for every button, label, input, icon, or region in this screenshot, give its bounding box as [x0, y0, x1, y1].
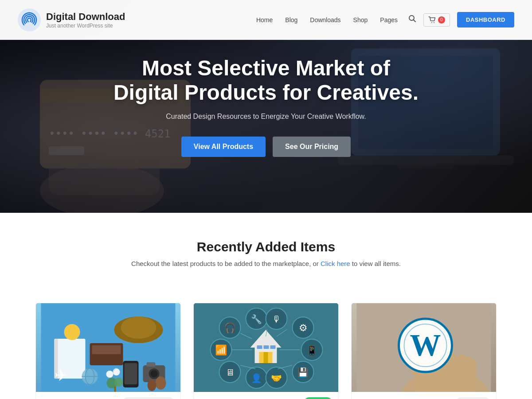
dashboard-button[interactable]: DASHBOARD [457, 12, 514, 27]
svg-rect-39 [114, 387, 116, 392]
cart-count: 0 [438, 16, 445, 23]
svg-text:✈: ✈ [55, 366, 68, 384]
svg-point-3 [431, 22, 432, 23]
svg-text:🖥: 🖥 [226, 368, 235, 377]
svg-text:📶: 📶 [215, 344, 227, 356]
see-pricing-button[interactable]: See Our Pricing [273, 137, 351, 157]
svg-point-34 [64, 324, 80, 340]
product-thumb-business-icons: 🎧 🔧 🎙 ⚙ 📶 📱 🖥 [194, 303, 338, 392]
svg-point-32 [151, 370, 158, 377]
svg-text:🔧: 🔧 [251, 314, 262, 325]
product-thumb-wp-plugins: W [352, 303, 496, 392]
recently-added-section: Recently Added Items Checkout the latest… [0, 213, 532, 303]
nav-pages[interactable]: Pages [380, 16, 398, 23]
svg-text:📱: 📱 [306, 345, 317, 356]
hero-title: Most Selective Market of Digital Product… [113, 56, 419, 105]
svg-point-36 [148, 379, 156, 391]
svg-rect-80 [457, 354, 466, 376]
product-card-flat-icons[interactable]: ✈ [35, 303, 181, 399]
product-card-wp-plugins[interactable]: W Free WordPress Plugins 🏷 $30.00 [351, 303, 497, 399]
cart-icon [428, 16, 436, 23]
nav-blog[interactable]: Blog [285, 16, 297, 23]
svg-text:⚙: ⚙ [299, 322, 308, 333]
product-info-business-icons: 100 Free Business Icons + Free [194, 392, 338, 399]
price-flat-icons: 🏷 $1.00 – $3.00 [123, 397, 174, 399]
svg-rect-44 [257, 345, 262, 349]
hero-subtitle: Curated Design Resources to Energize You… [113, 113, 419, 121]
svg-text:🎙: 🎙 [272, 314, 281, 324]
svg-text:🎧: 🎧 [224, 322, 236, 334]
product-grid: ✈ [0, 303, 532, 399]
svg-point-23 [106, 371, 113, 378]
price-wp-plugins: 🏷 $30.00 [456, 397, 490, 399]
header-actions: 0 DASHBOARD [408, 12, 514, 27]
nav-downloads[interactable]: Downloads [310, 16, 340, 23]
svg-point-4 [434, 22, 434, 23]
search-button[interactable] [408, 15, 416, 25]
cart-button[interactable]: 0 [423, 13, 450, 27]
svg-text:W: W [410, 328, 441, 362]
product-info-flat-icons: 100 Flat Icons 🏷 $1.00 – $3.00 [36, 392, 180, 399]
search-icon [408, 15, 416, 23]
svg-point-38 [114, 378, 123, 387]
site-subtitle: Just another WordPress site [46, 23, 125, 29]
site-header: Digital Download Just another WordPress … [0, 0, 532, 40]
svg-rect-43 [264, 352, 268, 363]
click-here-link[interactable]: Click here [321, 260, 350, 267]
nav-home[interactable]: Home [256, 16, 273, 23]
svg-line-2 [414, 20, 416, 22]
section-subtitle: Checkout the latest products to be added… [35, 260, 497, 267]
svg-text:🤝: 🤝 [271, 373, 282, 383]
view-all-products-button[interactable]: View All Products [181, 137, 266, 157]
svg-rect-46 [270, 345, 276, 349]
svg-rect-21 [92, 345, 121, 354]
product-card-business-icons[interactable]: 🎧 🔧 🎙 ⚙ 📶 📱 🖥 [193, 303, 339, 399]
svg-text:👤: 👤 [251, 373, 262, 383]
svg-point-0 [18, 8, 41, 31]
hero-buttons: View All Products See Our Pricing [113, 137, 419, 157]
logo-text: Digital Download Just another WordPress … [46, 11, 125, 29]
svg-rect-33 [147, 362, 156, 367]
svg-rect-26 [125, 363, 137, 384]
main-nav: Home Blog Downloads Shop Pages [256, 16, 398, 23]
logo-area: Digital Download Just another WordPress … [18, 8, 125, 31]
svg-point-35 [156, 376, 166, 390]
section-title: Recently Added Items [35, 239, 497, 254]
nav-shop[interactable]: Shop [353, 16, 368, 23]
flat-icons-image: ✈ [36, 303, 180, 392]
free-badge-business-icons: + Free [304, 397, 332, 399]
business-icons-image: 🎧 🔧 🎙 ⚙ 📶 📱 🖥 [194, 303, 338, 392]
wp-plugins-image: W [352, 303, 496, 392]
svg-point-22 [113, 368, 120, 376]
product-thumb-flat-icons: ✈ [36, 303, 180, 392]
svg-point-17 [121, 317, 156, 339]
logo-icon [18, 8, 41, 31]
site-title: Digital Download [46, 11, 125, 23]
svg-text:💾: 💾 [297, 367, 309, 378]
svg-rect-45 [264, 345, 269, 349]
product-info-wp-plugins: Free WordPress Plugins 🏷 $30.00 [352, 392, 496, 399]
hero-content: Most Selective Market of Digital Product… [105, 56, 427, 157]
